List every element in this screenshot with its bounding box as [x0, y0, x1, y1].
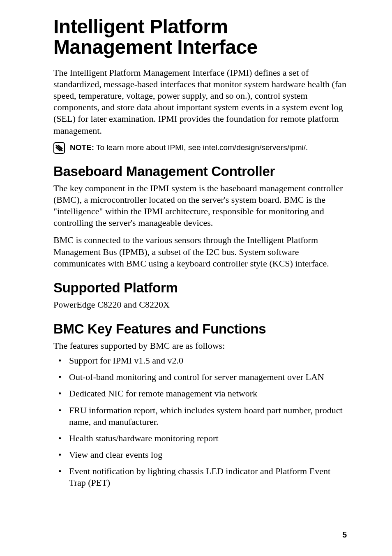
features-list: Support for IPMI v1.5 and v2.0 Out-of-ba…	[53, 355, 347, 489]
note-label: NOTE:	[70, 143, 94, 152]
note-callout: NOTE: To learn more about IPMI, see inte…	[53, 142, 347, 154]
note-icon	[53, 142, 65, 154]
chapter-title: Intelligent Platform Management Interfac…	[53, 16, 347, 58]
list-item: Out-of-band monitoring and control for s…	[69, 371, 347, 383]
list-item: Support for IPMI v1.5 and v2.0	[69, 355, 347, 366]
list-item: Event notification by lighting chassis L…	[69, 466, 347, 489]
list-item: Dedicated NIC for remote management via …	[69, 388, 347, 399]
heading-supported: Supported Platform	[53, 280, 347, 296]
heading-bmc: Baseboard Management Controller	[53, 164, 347, 179]
supported-para: PowerEdge C8220 and C8220X	[53, 299, 347, 310]
list-item: FRU information report, which includes s…	[69, 405, 347, 428]
list-item: Health status/hardware monitoring report	[69, 433, 347, 444]
bmc-para-2: BMC is connected to the various sensors …	[53, 234, 347, 269]
heading-features: BMC Key Features and Functions	[53, 321, 347, 337]
note-body: To learn more about IPMI, see intel.com/…	[94, 143, 308, 152]
bmc-para-1: The key component in the IPMI system is …	[53, 183, 347, 229]
page-footer: 5	[333, 530, 347, 540]
page-number: 5	[342, 530, 347, 540]
list-item: View and clear events log	[69, 449, 347, 461]
note-text: NOTE: To learn more about IPMI, see inte…	[70, 143, 308, 153]
intro-paragraph: The Intelligent Platform Management Inte…	[53, 67, 347, 137]
footer-divider	[333, 531, 333, 540]
features-intro: The features supported by BMC are as fol…	[53, 340, 347, 352]
